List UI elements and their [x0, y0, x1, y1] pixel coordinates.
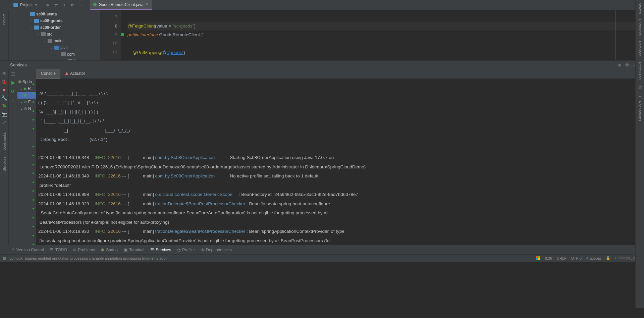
- status-squares-icon[interactable]: ▩: [3, 256, 6, 260]
- console-tabs: Console Actuator: [36, 69, 635, 78]
- status-message: Lombok requires enabled annotation proce…: [9, 256, 167, 260]
- camera-icon[interactable]: 📷: [1, 111, 7, 117]
- console-panel: Console Actuator /\\ / ___'_ __ _ _(_)_ …: [36, 69, 635, 245]
- bug-icon[interactable]: 🐞: [1, 79, 7, 85]
- module-icon: [30, 12, 35, 16]
- rt-icon2[interactable]: ⫠: [638, 93, 642, 98]
- aim-icon[interactable]: ⊕: [618, 62, 621, 67]
- rt-maven[interactable]: Maven: [638, 0, 642, 16]
- folder-icon: [48, 39, 52, 43]
- bt-deps[interactable]: ⋔Dependencies: [201, 248, 232, 252]
- project-tree[interactable]: sc08-seata ›sc08-goods ⌄sc08-order ⌄src …: [9, 10, 101, 60]
- top-icon-hide[interactable]: —: [79, 3, 83, 7]
- folder-icon: [61, 52, 66, 56]
- bt-services[interactable]: ☳Services: [150, 248, 171, 252]
- tree-module-order[interactable]: ⌄sc08-order: [9, 24, 100, 31]
- line-gutter: 7 8 9 10 11: [101, 10, 121, 60]
- bt-spring[interactable]: ⬢Spring: [101, 248, 118, 252]
- tree-bv[interactable]: ⌄bv: [9, 58, 100, 60]
- tab-actuator[interactable]: Actuator: [60, 69, 90, 78]
- rerun-icon[interactable]: ⟳: [11, 89, 15, 94]
- expand-icon[interactable]: ⤢: [2, 119, 6, 125]
- top-icon-aim[interactable]: ⊕: [46, 3, 49, 7]
- right-tool-strip: Maven Endpoints Database RestfulTool ⎚ ⫠…: [635, 0, 644, 308]
- tree-main[interactable]: ⌄main: [9, 38, 100, 44]
- console-output[interactable]: /\\ / ___'_ __ _ _(_)_ __ __ _ \ \ \ \ (…: [36, 78, 635, 245]
- rt-endpoints[interactable]: Endpoints: [638, 16, 642, 38]
- left-tab-project[interactable]: Project: [2, 14, 6, 25]
- status-position[interactable]: 8:26: [545, 256, 552, 260]
- status-encoding[interactable]: UTF-8: [571, 256, 582, 260]
- status-bar: ▩ Lombok requires enabled annotation pro…: [0, 254, 644, 262]
- mark-dot-icon: ●: [32, 79, 34, 88]
- bt-vcs[interactable]: ⎇Version Control: [10, 248, 44, 252]
- lt-bookmarks[interactable]: Bookmarks: [2, 142, 6, 151]
- gear-icon[interactable]: ✿: [625, 62, 629, 67]
- services-header: Services ⊕ ✿ —: [0, 60, 644, 69]
- down-icon[interactable]: ⌄: [11, 97, 15, 103]
- tree-module-goods[interactable]: ›sc08-goods: [9, 17, 100, 24]
- bt-profiler[interactable]: ◔Profiler: [177, 248, 195, 252]
- folder-icon: [68, 59, 72, 60]
- close-icon[interactable]: ✕: [146, 2, 149, 7]
- bt-todo[interactable]: ☰TODO: [50, 248, 67, 252]
- rt-database[interactable]: Database: [638, 38, 642, 59]
- svg-rect-0: [13, 3, 18, 7]
- code-area[interactable]: @FeignClient(value = "sc-goods") public …: [127, 10, 637, 60]
- lt-structure[interactable]: Structure: [2, 163, 6, 171]
- run-icon[interactable]: ▶: [11, 80, 15, 85]
- top-tab-row: Project ▼ ⊕ ⇄ ⫞ ✿ — GoodsRemoteClient.ja…: [0, 0, 644, 10]
- project-label: Project: [20, 3, 33, 7]
- services-title: Services: [10, 62, 27, 67]
- left-tool-strip: Project: [0, 10, 9, 60]
- gutter-run-icon[interactable]: [121, 33, 124, 36]
- wrench-icon[interactable]: 🔧: [1, 95, 7, 101]
- more-bug-icon[interactable]: 🪲: [1, 103, 7, 109]
- rt-restful[interactable]: RestfulTool: [638, 59, 642, 83]
- folder-icon: [41, 32, 46, 36]
- bt-problems[interactable]: ⊘Problems: [73, 248, 95, 252]
- console-gutter-marks: ● ●●● ●● ●●● ●●● ●●● ●●●: [32, 79, 34, 248]
- status-indent[interactable]: 4 spaces: [586, 256, 601, 260]
- tree-com[interactable]: ⌄com: [9, 51, 100, 58]
- editor-tab-goodsremoteclient[interactable]: GoodsRemoteClient.java ✕: [90, 0, 152, 10]
- bottom-tool-tabs: ⎇Version Control ☰TODO ⊘Problems ⬢Spring…: [0, 245, 644, 254]
- chevron-down-icon: ▼: [35, 3, 38, 7]
- tree-java[interactable]: ⌄java: [9, 44, 100, 51]
- services-toolbar: ☰ ▶ ⟳ ⌄: [9, 69, 17, 245]
- left-lower-tabs: Bookmarks Structure: [0, 127, 9, 186]
- code-editor[interactable]: 7 8 9 10 11 @FeignClient(value = "sc-goo…: [101, 10, 644, 60]
- tree-src[interactable]: ⌄src: [9, 31, 100, 38]
- rt-notifications[interactable]: Notifications: [638, 98, 642, 124]
- module-icon: [34, 19, 39, 23]
- gutter-marks: [121, 10, 127, 60]
- bt-terminal[interactable]: ▣Terminal: [124, 248, 144, 252]
- source-folder-icon: [54, 46, 59, 50]
- status-lock-icon[interactable]: 🔒: [606, 256, 610, 260]
- module-icon: [34, 25, 39, 30]
- tab-label: GoodsRemoteClient.java: [99, 2, 143, 7]
- project-selector[interactable]: Project ▼ ⊕ ⇄ ⫞ ✿ —: [10, 3, 87, 7]
- top-icon-tree[interactable]: ⇄: [54, 3, 58, 7]
- windows-icon: [536, 256, 540, 260]
- top-icon-gear[interactable]: ✿: [70, 3, 74, 7]
- status-crlf[interactable]: CRLF: [557, 256, 567, 260]
- actuator-icon: [65, 72, 68, 75]
- file-icon: [93, 3, 97, 6]
- stop-icon[interactable]: ■: [3, 87, 5, 93]
- rerun-icon[interactable]: ⟳: [2, 71, 6, 76]
- layout-icon[interactable]: ☰: [11, 71, 15, 76]
- tree-root[interactable]: sc08-seata: [9, 11, 100, 17]
- tab-console[interactable]: Console: [36, 69, 60, 78]
- rt-icon1[interactable]: ⎚: [639, 84, 641, 90]
- top-icon-split[interactable]: ⫞: [63, 3, 65, 7]
